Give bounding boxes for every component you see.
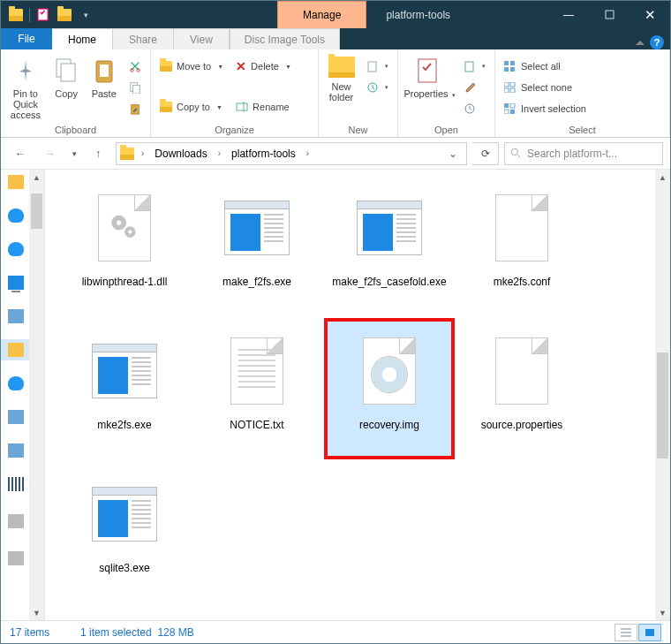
new-group-label: New bbox=[324, 123, 392, 137]
navpane-drive2-icon[interactable] bbox=[8, 551, 24, 565]
file-tab[interactable]: File bbox=[1, 28, 52, 49]
open-button[interactable]: ▾ bbox=[461, 57, 489, 76]
file-scrollbar[interactable]: ▲▼ bbox=[655, 170, 670, 620]
file-item[interactable]: make_f2fs_casefold.exe bbox=[328, 178, 451, 313]
file-name: source.properties bbox=[481, 419, 563, 432]
status-size: 128 MB bbox=[157, 626, 193, 639]
navpane-onedrive2-icon[interactable] bbox=[8, 242, 24, 256]
file-name: libwinpthread-1.dll bbox=[82, 276, 168, 289]
invert-selection-button[interactable]: Invert selection bbox=[501, 99, 590, 118]
svg-rect-24 bbox=[504, 88, 509, 93]
tab-disc-image-tools[interactable]: Disc Image Tools bbox=[230, 28, 340, 49]
maximize-button[interactable] bbox=[589, 1, 630, 28]
navpane-item-icon[interactable] bbox=[8, 309, 24, 323]
rename-button[interactable]: Rename bbox=[232, 97, 295, 117]
select-group-label: Select bbox=[501, 123, 664, 137]
svg-rect-3 bbox=[61, 64, 75, 81]
nav-history-dropdown[interactable]: ▾ bbox=[68, 141, 80, 166]
navpane-scrollbar[interactable]: ▲▼ bbox=[29, 170, 44, 620]
file-item[interactable]: mke2fs.exe bbox=[63, 322, 186, 456]
navpane-drive-icon[interactable] bbox=[8, 514, 24, 528]
collapse-ribbon-icon[interactable] bbox=[636, 41, 645, 45]
svg-rect-16 bbox=[465, 62, 473, 72]
clipboard-group-label: Clipboard bbox=[6, 123, 145, 137]
svg-point-35 bbox=[128, 231, 132, 234]
svg-rect-18 bbox=[504, 61, 509, 65]
minimize-button[interactable]: — bbox=[548, 1, 589, 28]
svg-rect-22 bbox=[504, 82, 509, 87]
file-name: NOTICE.txt bbox=[230, 419, 283, 432]
svg-rect-11 bbox=[237, 103, 247, 110]
navpane-windows-icon[interactable] bbox=[8, 477, 24, 491]
tab-view[interactable]: View bbox=[174, 28, 230, 49]
nav-row: ← → ▾ ↑ › Downloads › platform-tools › ⌄… bbox=[1, 138, 670, 170]
navpane-item4-icon[interactable] bbox=[8, 443, 24, 458]
navpane-item2-icon[interactable] bbox=[8, 376, 24, 390]
window-title: platform-tools bbox=[366, 1, 548, 28]
file-item[interactable]: source.properties bbox=[460, 322, 584, 456]
file-item[interactable]: libwinpthread-1.dll bbox=[63, 178, 186, 313]
address-bar[interactable]: › Downloads › platform-tools › ⌄ bbox=[116, 142, 467, 165]
file-view[interactable]: libwinpthread-1.dllmake_f2fs.exemake_f2f… bbox=[45, 170, 670, 620]
file-icon bbox=[479, 186, 564, 270]
tab-share[interactable]: Share bbox=[113, 28, 174, 49]
qat-properties-icon[interactable] bbox=[34, 5, 53, 25]
file-name: make_f2fs_casefold.exe bbox=[332, 276, 446, 289]
new-item-button[interactable]: ▾ bbox=[364, 57, 392, 76]
status-bar: 17 items 1 item selected 128 MB bbox=[1, 620, 670, 643]
close-button[interactable]: ✕ bbox=[630, 1, 670, 28]
navpane-onedrive-icon[interactable] bbox=[8, 208, 24, 223]
view-details-button[interactable] bbox=[614, 624, 637, 641]
history-button[interactable] bbox=[461, 99, 489, 118]
crumb-downloads[interactable]: Downloads bbox=[151, 148, 210, 160]
qat-newfolder-icon[interactable] bbox=[55, 5, 74, 25]
search-placeholder: Search platform-t... bbox=[527, 148, 617, 160]
easy-access-button[interactable]: ▾ bbox=[364, 78, 392, 97]
nav-back-button[interactable]: ← bbox=[8, 141, 33, 166]
qat-menu-chevron-icon[interactable]: ▾ bbox=[76, 5, 95, 25]
cut-button[interactable] bbox=[125, 57, 145, 76]
move-to-button[interactable]: Move to▼ bbox=[156, 57, 227, 76]
svg-rect-19 bbox=[510, 61, 515, 65]
new-folder-button[interactable]: New folder bbox=[324, 53, 358, 102]
svg-rect-1 bbox=[606, 11, 614, 19]
svg-rect-21 bbox=[510, 67, 515, 72]
paste-button[interactable]: Paste bbox=[87, 53, 120, 99]
navpane-quick-access-icon[interactable] bbox=[8, 175, 24, 189]
file-item[interactable]: mke2fs.conf bbox=[460, 178, 584, 313]
edit-button[interactable] bbox=[461, 78, 489, 97]
select-none-button[interactable]: Select none bbox=[501, 78, 590, 97]
help-icon[interactable]: ? bbox=[650, 35, 664, 49]
contextual-tab[interactable]: Manage bbox=[277, 1, 366, 28]
delete-button[interactable]: ✕Delete▼ bbox=[232, 57, 295, 76]
select-all-button[interactable]: Select all bbox=[501, 57, 590, 76]
copy-button[interactable]: Copy bbox=[50, 53, 83, 99]
navpane-downloads-selected-icon[interactable] bbox=[8, 343, 24, 357]
copy-label: Copy bbox=[55, 88, 78, 99]
navpane-thispc-icon[interactable] bbox=[8, 276, 24, 290]
copy-path-button[interactable] bbox=[125, 78, 145, 97]
file-item[interactable]: make_f2fs.exe bbox=[195, 178, 319, 313]
address-history-dropdown[interactable]: ⌄ bbox=[443, 148, 463, 160]
file-item[interactable]: sqlite3.exe bbox=[63, 465, 186, 599]
pin-to-quick-access-button[interactable]: Pin to Quick access bbox=[6, 53, 45, 120]
tab-home[interactable]: Home bbox=[52, 28, 113, 49]
nav-forward-button[interactable]: → bbox=[38, 141, 63, 166]
nav-pane[interactable]: ▲▼ bbox=[1, 170, 45, 620]
paste-shortcut-button[interactable] bbox=[125, 99, 145, 118]
qat-folder-icon[interactable] bbox=[6, 5, 26, 25]
view-large-icons-button[interactable] bbox=[638, 624, 661, 641]
file-icon bbox=[347, 186, 432, 270]
nav-up-button[interactable]: ↑ bbox=[86, 141, 110, 166]
properties-button[interactable]: Properties ▾ bbox=[403, 53, 456, 99]
copy-to-button[interactable]: Copy to▼ bbox=[156, 97, 227, 117]
navpane-item3-icon[interactable] bbox=[8, 410, 24, 424]
crumb-platform-tools[interactable]: platform-tools bbox=[228, 148, 299, 160]
file-name: sqlite3.exe bbox=[99, 562, 149, 575]
search-input[interactable]: Search platform-t... bbox=[504, 142, 663, 165]
ribbon-tabs: File Home Share View Disc Image Tools ? bbox=[1, 28, 670, 49]
file-item[interactable]: recovery.img bbox=[328, 322, 451, 456]
file-item[interactable]: NOTICE.txt bbox=[195, 322, 319, 456]
refresh-button[interactable]: ⟳ bbox=[472, 142, 499, 165]
status-item-count: 17 items bbox=[10, 626, 80, 639]
